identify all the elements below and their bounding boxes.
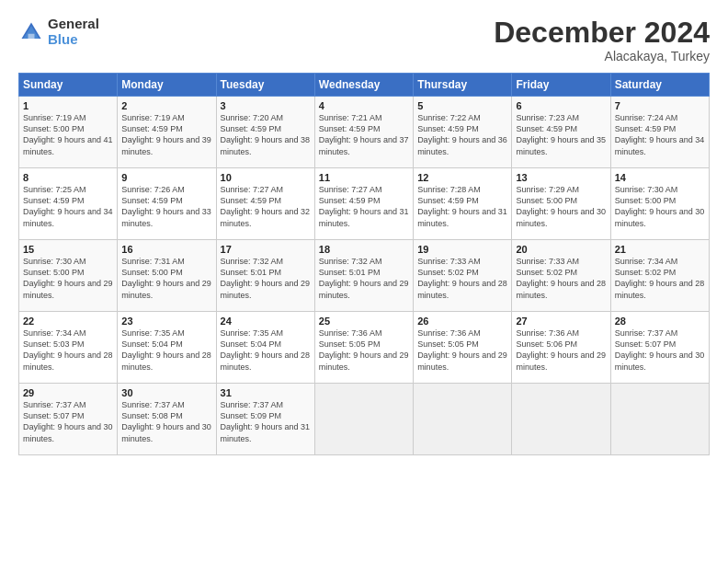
day-number: 3 [221, 100, 311, 111]
calendar-cell: 29Sunrise: 7:37 AM Sunset: 5:07 PM Dayli… [19, 384, 118, 455]
calendar-cell: 21Sunrise: 7:34 AM Sunset: 5:02 PM Dayli… [610, 240, 709, 312]
day-number: 23 [121, 316, 211, 327]
day-number: 31 [221, 387, 311, 398]
calendar-cell: 7Sunrise: 7:24 AM Sunset: 4:59 PM Daylig… [610, 97, 709, 168]
logo: General Blue [18, 17, 99, 47]
day-info: Sunrise: 7:34 AM Sunset: 5:02 PM Dayligh… [615, 256, 705, 301]
calendar-cell [512, 384, 610, 455]
calendar-cell: 20Sunrise: 7:33 AM Sunset: 5:02 PM Dayli… [512, 240, 610, 312]
day-info: Sunrise: 7:19 AM Sunset: 4:59 PM Dayligh… [121, 112, 211, 157]
calendar-row-3: 15Sunrise: 7:30 AM Sunset: 5:00 PM Dayli… [19, 240, 710, 312]
day-info: Sunrise: 7:37 AM Sunset: 5:08 PM Dayligh… [121, 399, 211, 444]
day-number: 30 [121, 387, 211, 398]
day-number: 20 [516, 244, 606, 255]
day-info: Sunrise: 7:28 AM Sunset: 4:59 PM Dayligh… [417, 184, 507, 229]
day-info: Sunrise: 7:33 AM Sunset: 5:02 PM Dayligh… [417, 256, 507, 301]
day-info: Sunrise: 7:29 AM Sunset: 5:00 PM Dayligh… [516, 184, 606, 229]
calendar-row-4: 22Sunrise: 7:34 AM Sunset: 5:03 PM Dayli… [19, 312, 710, 384]
day-info: Sunrise: 7:27 AM Sunset: 4:59 PM Dayligh… [221, 184, 311, 229]
calendar-cell: 18Sunrise: 7:32 AM Sunset: 5:01 PM Dayli… [314, 240, 413, 312]
day-number: 24 [221, 316, 311, 327]
day-number: 17 [221, 244, 311, 255]
calendar-cell: 13Sunrise: 7:29 AM Sunset: 5:00 PM Dayli… [512, 168, 610, 240]
calendar-page: General Blue December 2024 Alacakaya, Tu… [0, 0, 728, 563]
day-info: Sunrise: 7:36 AM Sunset: 5:05 PM Dayligh… [319, 327, 409, 373]
weekday-saturday: Saturday [610, 74, 709, 97]
day-number: 9 [121, 172, 211, 183]
calendar-cell: 2Sunrise: 7:19 AM Sunset: 4:59 PM Daylig… [118, 97, 216, 168]
weekday-monday: Monday [118, 74, 216, 97]
day-number: 4 [319, 100, 409, 111]
day-info: Sunrise: 7:30 AM Sunset: 5:00 PM Dayligh… [615, 184, 705, 229]
calendar-cell: 5Sunrise: 7:22 AM Sunset: 4:59 PM Daylig… [414, 97, 512, 168]
day-number: 15 [23, 244, 113, 255]
day-info: Sunrise: 7:21 AM Sunset: 4:59 PM Dayligh… [319, 112, 409, 157]
day-info: Sunrise: 7:25 AM Sunset: 4:59 PM Dayligh… [23, 184, 113, 229]
calendar-cell: 9Sunrise: 7:26 AM Sunset: 4:59 PM Daylig… [118, 168, 216, 240]
day-number: 25 [319, 316, 409, 327]
calendar-cell: 23Sunrise: 7:35 AM Sunset: 5:04 PM Dayli… [118, 312, 216, 384]
day-number: 27 [516, 316, 606, 327]
day-number: 19 [417, 244, 507, 255]
calendar-cell: 11Sunrise: 7:27 AM Sunset: 4:59 PM Dayli… [314, 168, 413, 240]
weekday-wednesday: Wednesday [314, 74, 413, 97]
weekday-sunday: Sunday [19, 74, 118, 97]
day-info: Sunrise: 7:37 AM Sunset: 5:09 PM Dayligh… [221, 399, 311, 444]
day-info: Sunrise: 7:20 AM Sunset: 4:59 PM Dayligh… [221, 112, 311, 157]
calendar-cell: 24Sunrise: 7:35 AM Sunset: 5:04 PM Dayli… [216, 312, 314, 384]
svg-rect-2 [28, 33, 35, 38]
day-number: 13 [516, 172, 606, 183]
logo-general: General [48, 17, 99, 32]
day-info: Sunrise: 7:26 AM Sunset: 4:59 PM Dayligh… [121, 184, 211, 229]
day-number: 7 [615, 100, 705, 111]
weekday-tuesday: Tuesday [216, 74, 314, 97]
day-info: Sunrise: 7:35 AM Sunset: 5:04 PM Dayligh… [121, 327, 211, 373]
day-info: Sunrise: 7:36 AM Sunset: 5:05 PM Dayligh… [417, 327, 507, 373]
calendar-table: SundayMondayTuesdayWednesdayThursdayFrid… [18, 73, 710, 455]
day-number: 28 [615, 316, 705, 327]
calendar-cell: 8Sunrise: 7:25 AM Sunset: 4:59 PM Daylig… [19, 168, 118, 240]
day-info: Sunrise: 7:35 AM Sunset: 5:04 PM Dayligh… [221, 327, 311, 373]
day-number: 10 [221, 172, 311, 183]
day-info: Sunrise: 7:32 AM Sunset: 5:01 PM Dayligh… [319, 256, 409, 301]
calendar-cell: 27Sunrise: 7:36 AM Sunset: 5:06 PM Dayli… [512, 312, 610, 384]
month-title: December 2024 [494, 17, 710, 49]
day-info: Sunrise: 7:37 AM Sunset: 5:07 PM Dayligh… [23, 399, 113, 444]
calendar-cell: 10Sunrise: 7:27 AM Sunset: 4:59 PM Dayli… [216, 168, 314, 240]
day-number: 14 [615, 172, 705, 183]
calendar-cell: 16Sunrise: 7:31 AM Sunset: 5:00 PM Dayli… [118, 240, 216, 312]
day-number: 21 [615, 244, 705, 255]
day-number: 8 [23, 172, 113, 183]
calendar-row-5: 29Sunrise: 7:37 AM Sunset: 5:07 PM Dayli… [19, 384, 710, 455]
calendar-cell: 12Sunrise: 7:28 AM Sunset: 4:59 PM Dayli… [414, 168, 512, 240]
calendar-body: 1Sunrise: 7:19 AM Sunset: 5:00 PM Daylig… [19, 97, 710, 455]
day-number: 16 [121, 244, 211, 255]
weekday-friday: Friday [512, 74, 610, 97]
day-number: 2 [121, 100, 211, 111]
calendar-cell: 25Sunrise: 7:36 AM Sunset: 5:05 PM Dayli… [314, 312, 413, 384]
title-area: December 2024 Alacakaya, Turkey [494, 17, 710, 63]
logo-blue: Blue [48, 32, 99, 48]
calendar-cell [314, 384, 413, 455]
calendar-cell [414, 384, 512, 455]
day-info: Sunrise: 7:24 AM Sunset: 4:59 PM Dayligh… [615, 112, 705, 157]
weekday-header-row: SundayMondayTuesdayWednesdayThursdayFrid… [19, 74, 710, 97]
calendar-cell: 15Sunrise: 7:30 AM Sunset: 5:00 PM Dayli… [19, 240, 118, 312]
calendar-cell: 19Sunrise: 7:33 AM Sunset: 5:02 PM Dayli… [414, 240, 512, 312]
calendar-cell: 3Sunrise: 7:20 AM Sunset: 4:59 PM Daylig… [216, 97, 314, 168]
calendar-cell: 14Sunrise: 7:30 AM Sunset: 5:00 PM Dayli… [610, 168, 709, 240]
calendar-row-1: 1Sunrise: 7:19 AM Sunset: 5:00 PM Daylig… [19, 97, 710, 168]
calendar-cell: 17Sunrise: 7:32 AM Sunset: 5:01 PM Dayli… [216, 240, 314, 312]
day-number: 6 [516, 100, 606, 111]
header: General Blue December 2024 Alacakaya, Tu… [18, 17, 710, 63]
logo-icon [18, 19, 44, 45]
day-number: 18 [319, 244, 409, 255]
weekday-thursday: Thursday [414, 74, 512, 97]
calendar-cell: 6Sunrise: 7:23 AM Sunset: 4:59 PM Daylig… [512, 97, 610, 168]
day-info: Sunrise: 7:34 AM Sunset: 5:03 PM Dayligh… [23, 327, 113, 373]
calendar-cell: 30Sunrise: 7:37 AM Sunset: 5:08 PM Dayli… [118, 384, 216, 455]
day-info: Sunrise: 7:27 AM Sunset: 4:59 PM Dayligh… [319, 184, 409, 229]
day-info: Sunrise: 7:23 AM Sunset: 4:59 PM Dayligh… [516, 112, 606, 157]
day-number: 1 [23, 100, 113, 111]
calendar-cell: 31Sunrise: 7:37 AM Sunset: 5:09 PM Dayli… [216, 384, 314, 455]
